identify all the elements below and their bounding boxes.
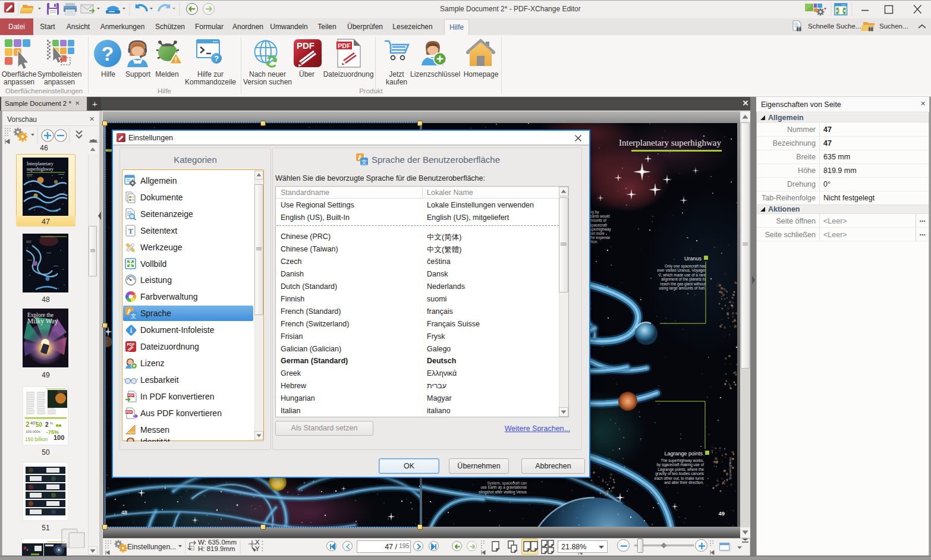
svg-text:?: ? bbox=[102, 42, 114, 65]
svg-text:net more: net more bbox=[590, 231, 605, 235]
svg-text:Lagrange points: Lagrange points bbox=[664, 451, 703, 457]
svg-text:and alter their direction.: and alter their direction. bbox=[664, 480, 704, 485]
svg-text:PDF: PDF bbox=[297, 40, 314, 51]
svg-text:50: 50 bbox=[36, 421, 43, 428]
svg-text:Milky Way: Milky Way bbox=[27, 317, 58, 325]
svg-text:mounts of: mounts of bbox=[590, 218, 606, 222]
svg-text:文: 文 bbox=[361, 159, 367, 165]
svg-text:2: 2 bbox=[26, 420, 30, 429]
svg-text:文: 文 bbox=[131, 313, 137, 319]
svg-text:%: % bbox=[50, 421, 54, 425]
svg-text:Superhighway: Superhighway bbox=[728, 457, 732, 480]
svg-text:by spacecraft making use of: by spacecraft making use of bbox=[656, 463, 704, 467]
svg-text:Interplanetary: Interplanetary bbox=[27, 161, 54, 166]
svg-text:?: ? bbox=[214, 54, 219, 63]
svg-text:alignment of the planets to: alignment of the planets to bbox=[661, 277, 706, 282]
svg-text:gravity of two bodies cancels: gravity of two bodies cancels bbox=[655, 471, 704, 476]
svg-text:100,000s: 100,000s bbox=[26, 430, 40, 433]
svg-text:T: T bbox=[128, 226, 133, 235]
svg-text:using large amounts of fuel.: using large amounts of fuel. bbox=[659, 286, 706, 291]
svg-text:PDF: PDF bbox=[128, 394, 135, 397]
svg-text:150 billion: 150 billion bbox=[25, 436, 48, 442]
svg-text:■■: ■■ bbox=[56, 423, 62, 428]
svg-text:slingshot after visiting Venus: slingshot after visiting Venus bbox=[479, 490, 527, 495]
svg-text:use Earth as a gravitational: use Earth as a gravitational bbox=[481, 485, 527, 490]
svg-text:PDF: PDF bbox=[127, 342, 135, 347]
svg-text:!: ! bbox=[175, 55, 177, 64]
svg-text:PDF: PDF bbox=[126, 410, 133, 414]
svg-text:2: 2 bbox=[45, 421, 49, 428]
svg-text:each other out, to make turns: each other out, to make turns bbox=[655, 476, 704, 480]
svg-text:ever visited Uranus, Voyager: ever visited Uranus, Voyager bbox=[657, 268, 706, 273]
svg-text:eams would: eams would bbox=[590, 214, 610, 218]
svg-text:rtion.: rtion. bbox=[590, 240, 598, 244]
svg-text:49: 49 bbox=[718, 510, 725, 517]
svg-text:100: 100 bbox=[54, 434, 64, 441]
svg-text:PDF: PDF bbox=[338, 42, 351, 49]
svg-text:Interplanetary superhighway: Interplanetary superhighway bbox=[619, 138, 722, 147]
svg-text:superhighway: superhighway bbox=[27, 166, 54, 172]
svg-text:2, which made use of a rare: 2, which made use of a rare bbox=[659, 273, 706, 277]
svg-text:Uranus: Uranus bbox=[684, 256, 702, 262]
